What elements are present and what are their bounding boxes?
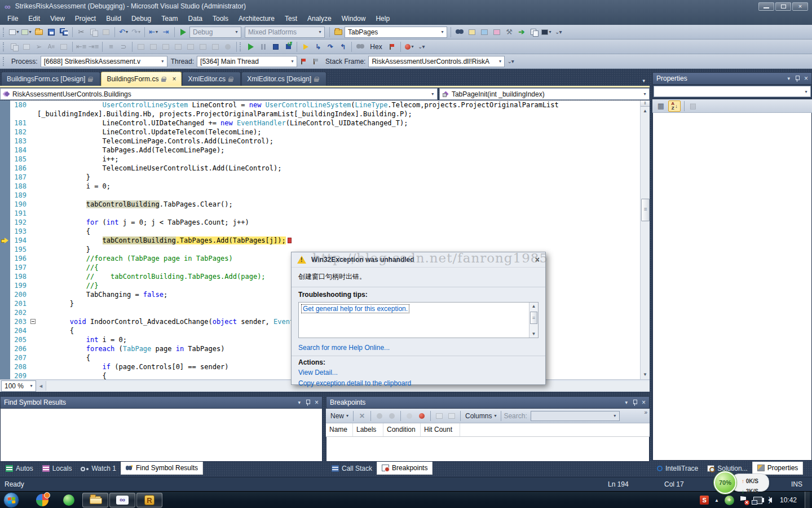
stop-debugging-icon[interactable] xyxy=(270,41,281,52)
decrease-indent-icon[interactable]: ⇤≡ xyxy=(76,41,87,52)
code-text[interactable]: LineControl.UIDateChanged += new EventHa… xyxy=(37,119,650,128)
outlining-margin[interactable] xyxy=(29,335,37,344)
break-all-icon[interactable] xyxy=(258,41,269,52)
code-text[interactable] xyxy=(37,209,650,218)
splitter-handle[interactable]: ⇕ xyxy=(641,100,650,107)
panel-tab-locals[interactable]: Locals xyxy=(38,462,77,475)
breakpoint-margin[interactable] xyxy=(0,263,10,272)
minimize-button[interactable] xyxy=(758,2,774,11)
browser-icon[interactable] xyxy=(63,494,74,506)
object-browser-icon[interactable] xyxy=(479,27,490,38)
breakpoint-margin[interactable] xyxy=(0,281,10,290)
outlining-margin[interactable] xyxy=(29,290,37,299)
breakpoint-margin[interactable] xyxy=(0,272,10,281)
general-help-link[interactable]: Get general help for this exception. xyxy=(301,304,409,313)
tray-s-icon[interactable]: S xyxy=(700,496,709,505)
code-text[interactable]: i = 0; xyxy=(37,182,650,191)
breakpoint-margin[interactable] xyxy=(0,290,10,299)
toolbar-overflow-icon[interactable]: ⌄▾ xyxy=(418,43,424,50)
scroll-down-arrow[interactable]: ▼ xyxy=(641,370,650,379)
active-files-dropdown-icon[interactable]: ▾ xyxy=(642,78,650,86)
copy-detail-link[interactable]: Copy exception detail to the clipboard xyxy=(298,379,411,387)
menu-item-project[interactable]: Project xyxy=(70,12,101,25)
outlining-margin[interactable] xyxy=(29,317,37,326)
breakpoint-margin[interactable] xyxy=(0,155,10,164)
menu-item-analyze[interactable]: Analyze xyxy=(302,12,337,25)
outlining-margin[interactable] xyxy=(29,155,37,164)
menu-item-team[interactable]: Team xyxy=(156,12,183,25)
breakpoint-margin[interactable] xyxy=(0,200,10,209)
start-button[interactable] xyxy=(3,492,19,508)
outlining-margin[interactable] xyxy=(29,362,37,371)
undo-icon[interactable]: ↶▾ xyxy=(118,27,129,38)
outlining-margin[interactable] xyxy=(29,344,37,353)
menu-item-view[interactable]: View xyxy=(45,12,70,25)
auto-hide-pin-icon[interactable] xyxy=(632,400,637,406)
code-text[interactable]: tabControlBuilding.TabPages.Add(TabPages… xyxy=(37,236,650,245)
find-symbol-icon[interactable] xyxy=(454,27,465,38)
outlining-margin[interactable] xyxy=(29,353,37,362)
breakpoint-margin[interactable] xyxy=(0,191,10,200)
explorer-taskbar-button[interactable] xyxy=(82,493,108,507)
code-text[interactable]: TelecomLineUserControlList.Add(LineContr… xyxy=(37,164,650,173)
copy-icon[interactable] xyxy=(88,27,99,38)
document-tab[interactable]: BuildingsForm.cs [Design] xyxy=(1,72,100,86)
clock[interactable]: 10:42 xyxy=(780,496,797,504)
outlining-margin[interactable] xyxy=(29,272,37,281)
column-header-condition[interactable]: Condition xyxy=(383,423,421,436)
outlining-margin[interactable] xyxy=(29,227,37,236)
breakpoint-margin[interactable] xyxy=(0,137,10,146)
clear-bookmarks-icon[interactable] xyxy=(210,41,221,52)
breakpoint-margin[interactable] xyxy=(0,110,10,119)
object-selector-combo[interactable]: ▾ xyxy=(654,86,811,97)
toolbar-overflow-icon[interactable]: » xyxy=(644,409,647,415)
open-file-icon[interactable] xyxy=(33,27,45,38)
restart-icon[interactable] xyxy=(283,41,294,52)
save-all-icon[interactable] xyxy=(58,27,69,38)
scroll-up-arrow[interactable]: ▲ xyxy=(529,304,538,309)
outlining-margin[interactable] xyxy=(29,209,37,218)
security-suite-icon[interactable] xyxy=(36,494,48,506)
breakpoint-margin[interactable] xyxy=(0,227,10,236)
solution-configurations-combo[interactable]: Debug▾ xyxy=(189,27,241,38)
toolbox-icon[interactable]: ⚒ xyxy=(504,27,515,38)
breakpoint-margin[interactable] xyxy=(0,299,10,308)
increase-indent-icon[interactable]: ⇥≡ xyxy=(88,41,99,52)
r-app-taskbar-button[interactable]: R xyxy=(136,493,162,507)
code-text[interactable]: LineControl.UpdateTelecom(TelecomLine); xyxy=(37,128,650,137)
menu-item-edit[interactable]: Edit xyxy=(23,12,45,25)
outlining-margin[interactable] xyxy=(29,236,37,245)
volume-icon[interactable] xyxy=(768,497,772,503)
column-header-labels[interactable]: Labels xyxy=(353,423,383,436)
property-pages-icon[interactable]: ▤ xyxy=(687,100,699,112)
toolbar-grip[interactable] xyxy=(3,42,6,51)
panel-tab-intellitrace[interactable]: IntelliTrace xyxy=(652,462,703,475)
continue-debug-icon[interactable] xyxy=(245,41,257,52)
search-help-online-link[interactable]: Search for more Help Online... xyxy=(298,344,390,352)
menu-item-data[interactable]: Data xyxy=(183,12,208,25)
command-window-icon[interactable]: ▾ xyxy=(541,27,552,38)
collapse-icon[interactable] xyxy=(30,319,36,324)
window-position-icon[interactable]: ▾ xyxy=(625,400,628,405)
process-combo[interactable]: [6688] StrikesRiskAssessment.v▾ xyxy=(41,56,167,67)
menu-item-architecture[interactable]: Architecture xyxy=(233,12,280,25)
cut-icon[interactable]: ✂ xyxy=(76,27,87,38)
code-snippets-icon[interactable] xyxy=(491,27,502,38)
breakpoint-margin[interactable] xyxy=(0,236,10,245)
display-quick-info-icon[interactable]: ➢ xyxy=(33,41,45,52)
tips-scrollbar[interactable]: ▲ ≡ ▼ xyxy=(529,303,538,338)
start-debugging-icon[interactable] xyxy=(178,27,189,38)
breakpoint-margin[interactable] xyxy=(0,317,10,326)
breakpoint-margin[interactable] xyxy=(0,209,10,218)
toolbar-overflow-icon[interactable]: ⌄▾ xyxy=(507,58,513,64)
outlining-margin[interactable] xyxy=(29,281,37,290)
breakpoint-margin[interactable] xyxy=(0,344,10,353)
code-text[interactable]: i++; xyxy=(37,155,650,164)
new-project-icon[interactable]: ▾ xyxy=(8,27,20,38)
outlining-margin[interactable] xyxy=(29,119,37,128)
outlining-margin[interactable] xyxy=(29,164,37,173)
extension-manager-icon[interactable] xyxy=(528,27,540,38)
step-over-icon[interactable]: ↷ xyxy=(325,41,336,52)
show-threads-icon[interactable] xyxy=(386,41,398,52)
code-text[interactable]: UserControlLineSystem LineControl = new … xyxy=(37,100,650,110)
